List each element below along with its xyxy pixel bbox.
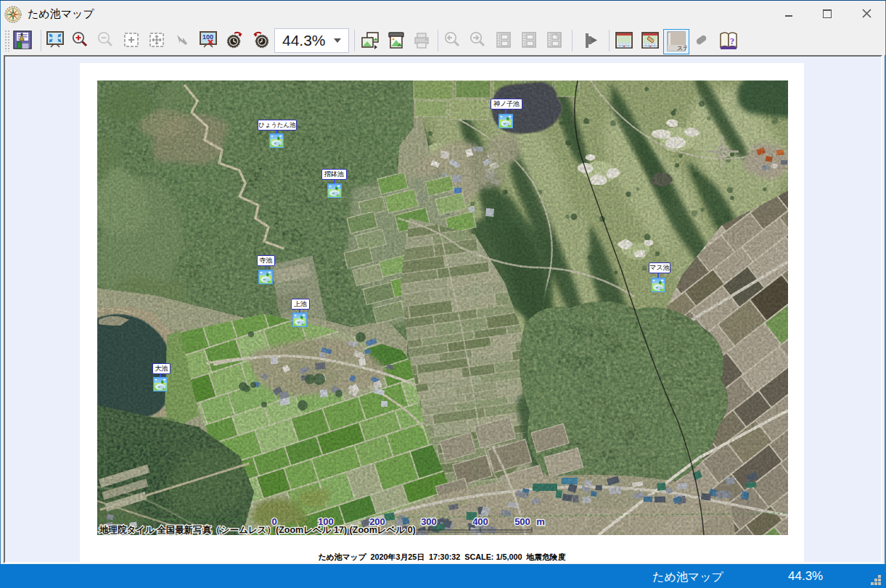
svg-text:地理院タイル 全国最新写真（シームレス）(Zoomレベル 1: 地理院タイル 全国最新写真（シームレス）(Zoomレベル 17) (Zoomレベ… [99,524,416,535]
svg-text:m: m [536,516,545,527]
svg-text:100: 100 [202,33,213,41]
svg-text:?: ? [730,36,735,46]
svg-text:500: 500 [514,516,530,527]
svg-text:400: 400 [472,516,488,527]
svg-text:ステ-: ステ- [677,45,687,51]
svg-text:300: 300 [421,516,437,527]
